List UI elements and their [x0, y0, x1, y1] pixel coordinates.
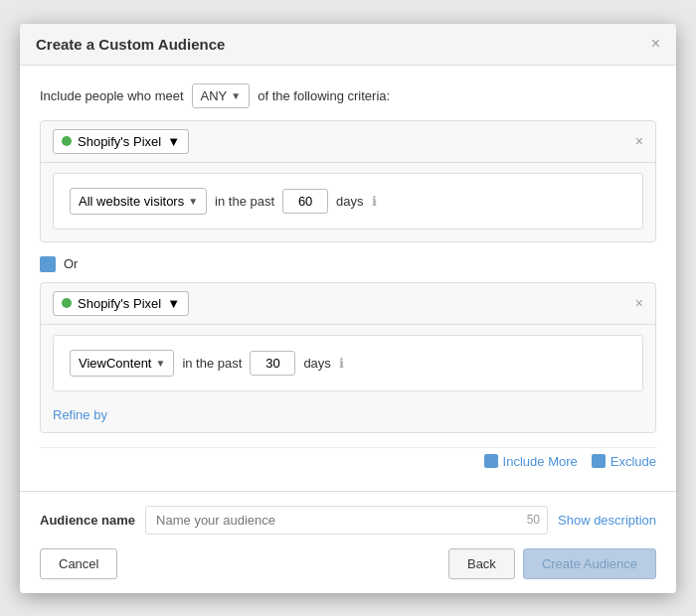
- any-chevron-icon: ▼: [231, 90, 241, 101]
- or-icon: [40, 256, 56, 272]
- criteria-suffix: of the following criteria:: [258, 88, 390, 103]
- exclude-link[interactable]: Exclude: [592, 454, 656, 469]
- footer-right-buttons: Back Create Audience: [448, 548, 656, 579]
- rule-box-1: All website visitors ▼ in the past days …: [53, 173, 643, 230]
- footer-buttons: Cancel Back Create Audience: [40, 548, 656, 579]
- audience-name-label: Audience name: [40, 513, 135, 528]
- rule-dropdown-2[interactable]: ViewContent ▼: [70, 350, 174, 377]
- pixel-status-dot-2: [62, 298, 72, 308]
- audience-name-row: Audience name 50 Show description: [40, 506, 656, 535]
- days-label-2: days: [303, 356, 330, 371]
- any-dropdown[interactable]: ANY ▼: [192, 83, 251, 108]
- pixel-chevron-icon-2: ▼: [167, 296, 180, 311]
- pixel-chevron-icon-1: ▼: [167, 134, 180, 149]
- cancel-button[interactable]: Cancel: [40, 548, 117, 579]
- rule-chevron-icon-1: ▼: [188, 196, 198, 207]
- criteria-prefix: Include people who meet: [40, 88, 184, 103]
- days-input-1[interactable]: [282, 189, 328, 214]
- include-more-icon: [484, 454, 498, 468]
- modal-title: Create a Custom Audience: [36, 36, 225, 53]
- modal-header: Create a Custom Audience ×: [20, 24, 676, 66]
- create-custom-audience-modal: Create a Custom Audience × Include peopl…: [20, 24, 676, 593]
- modal-footer-section: Audience name 50 Show description Cancel…: [20, 491, 676, 593]
- info-icon-1: ℹ: [372, 194, 377, 209]
- pixel-section-1-header: Shopify's Pixel ▼ ×: [41, 121, 655, 163]
- days-label-1: days: [336, 194, 363, 209]
- modal-close-button[interactable]: ×: [651, 36, 660, 52]
- action-row: Include More Exclude: [40, 447, 656, 473]
- pixel-dropdown-1[interactable]: Shopify's Pixel ▼: [53, 129, 189, 154]
- show-description-link[interactable]: Show description: [558, 513, 656, 528]
- back-button[interactable]: Back: [448, 548, 515, 579]
- days-input-2[interactable]: [250, 351, 295, 376]
- criteria-header-row: Include people who meet ANY ▼ of the fol…: [40, 83, 656, 108]
- pixel-section-2-close-button[interactable]: ×: [635, 295, 643, 311]
- or-row: Or: [40, 256, 656, 272]
- pixel-section-1: Shopify's Pixel ▼ × All website visitors…: [40, 120, 656, 242]
- audience-input-wrapper: 50: [145, 506, 548, 535]
- pixel-section-1-close-button[interactable]: ×: [635, 133, 643, 149]
- info-icon-2: ℹ: [339, 356, 344, 371]
- rule-dropdown-1[interactable]: All website visitors ▼: [70, 188, 207, 215]
- rule-chevron-icon-2: ▼: [155, 358, 165, 369]
- in-the-past-text-1: in the past: [215, 194, 274, 209]
- audience-name-input[interactable]: [145, 506, 548, 535]
- modal-body: Include people who meet ANY ▼ of the fol…: [20, 66, 676, 491]
- pixel-status-dot-1: [62, 136, 72, 146]
- refine-by-link[interactable]: Refine by: [53, 407, 107, 422]
- pixel-section-2: Shopify's Pixel ▼ × ViewContent ▼ in the…: [40, 282, 656, 433]
- or-label: Or: [64, 256, 78, 271]
- pixel-section-2-header: Shopify's Pixel ▼ ×: [41, 283, 655, 325]
- include-more-link[interactable]: Include More: [484, 454, 578, 469]
- create-audience-button[interactable]: Create Audience: [523, 548, 656, 579]
- pixel-dropdown-2[interactable]: Shopify's Pixel ▼: [53, 291, 189, 316]
- exclude-icon: [592, 454, 606, 468]
- char-count: 50: [527, 513, 540, 527]
- rule-box-2: ViewContent ▼ in the past days ℹ: [53, 335, 643, 391]
- in-the-past-text-2: in the past: [182, 356, 242, 371]
